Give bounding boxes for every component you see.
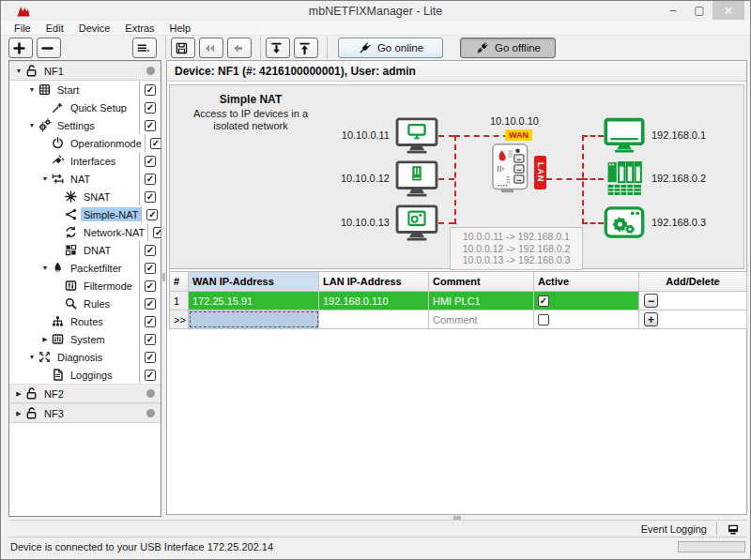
tree-item-simple-nat[interactable]: Simple-NAT✓ [9,205,161,223]
tree-item-checkbox[interactable]: ✓ [153,227,161,238]
column-header-comment[interactable]: Comment [429,272,534,291]
expander-icon[interactable]: ▼ [13,68,24,74]
tree-item-checkbox[interactable]: ✓ [150,138,161,149]
comment-cell[interactable]: HMI PLC1 [429,292,534,310]
expander-icon[interactable]: ▼ [26,122,38,129]
menu-file[interactable]: File [7,23,38,34]
tree-item-nat[interactable]: ▼NAT✓ [9,170,161,188]
vertical-splitter-handle[interactable] [162,273,165,281]
tree-item-dnat[interactable]: DNAT✓ [9,241,161,259]
lan-device-2-ip: 192.168.0.2 [651,173,706,184]
tree-item-start[interactable]: ▼Start✓ [9,81,161,98]
tree-item-checkbox[interactable]: ✓ [146,209,158,220]
plug-connected-icon [358,41,372,55]
tree-item-checkbox[interactable]: ✓ [145,280,156,292]
tree-item-routes[interactable]: Routes✓ [9,312,161,330]
row-number-cell[interactable]: 1 [170,292,189,310]
minus-icon [40,41,54,55]
tree-item-loggings[interactable]: Loggings✓ [9,366,161,384]
tree-item-checkbox[interactable]: ✓ [145,263,156,274]
undo-button[interactable] [227,38,252,58]
expander-icon[interactable]: ▶ [13,390,24,398]
column-header-wan-ip-address[interactable]: WAN IP-Address [189,272,319,291]
active-checkbox[interactable]: ✓ [538,295,549,307]
flame-icon [51,261,65,275]
tree-item-rules[interactable]: Rules✓ [9,295,161,312]
tree-item-interfaces[interactable]: Interfaces✓ [9,152,161,170]
tree-item-settings[interactable]: ▼Settings✓ [9,116,161,134]
lan-ip-cell[interactable] [319,310,429,328]
wan-ip-cell[interactable] [189,310,319,328]
tree-item-network-nat[interactable]: Network-NAT✓ [9,223,161,241]
tree-item-label: NF3 [41,406,67,420]
tree-item-diagnosis[interactable]: ▼Diagnosis✓ [9,348,161,366]
event-logging-button[interactable] [723,522,743,537]
menu-edit[interactable]: Edit [38,23,71,34]
go-offline-button[interactable]: Go offline [460,38,556,58]
tree-item-label: Network-NAT [81,225,147,239]
download-to-device-button[interactable] [266,38,290,58]
tree-item-checkbox[interactable]: ✓ [145,334,156,345]
lan-line-3 [582,222,604,224]
tree-item-checkbox[interactable]: ✓ [145,316,156,327]
comment-cell[interactable]: Comment [429,310,534,328]
tree-item-quick-setup[interactable]: Quick Setup✓ [9,98,161,116]
maximize-button[interactable]: ▢ [686,1,713,20]
expander-icon[interactable]: ▶ [13,410,24,417]
add-row-button[interactable]: + [644,312,658,326]
wan-ip-cell[interactable]: 172.25.15.91 [189,292,319,310]
tree-item-system[interactable]: ▶System✓ [9,330,161,348]
upload-from-device-button[interactable] [294,38,318,58]
column-header-lan-ip-address[interactable]: LAN IP-Address [319,272,429,291]
go-offline-label: Go offline [495,42,541,53]
tree-item-operationmode[interactable]: Operationmode✓ [9,134,161,152]
tree-item-checkbox[interactable]: ✓ [145,174,156,185]
expander-icon[interactable]: ▼ [26,86,38,93]
remove-row-button[interactable]: − [644,294,658,308]
column-header-num[interactable]: # [170,272,189,291]
remove-device-button[interactable] [37,38,61,58]
wan-device-1-ip: 10.10.0.11 [318,129,390,141]
add-device-button[interactable] [8,38,33,58]
expander-icon[interactable]: ▶ [39,336,51,343]
menu-help[interactable]: Help [162,23,199,34]
column-header-active[interactable]: Active [534,272,639,291]
table-row: 1172.25.15.91192.168.0.110HMI PLC1✓− [170,292,746,310]
tree-item-checkbox[interactable]: ✓ [145,120,156,131]
device-menu-button[interactable] [132,38,157,58]
lan-ip-cell[interactable]: 192.168.0.110 [319,292,429,310]
expander-icon[interactable]: ▼ [26,354,38,360]
tree-item-checkbox[interactable]: ✓ [145,84,156,96]
minimize-button[interactable]: – [660,1,686,20]
tree-item-filtermode[interactable]: Filtermode✓ [9,277,161,295]
tree-item-checkbox[interactable]: ✓ [145,298,156,310]
undo-all-button[interactable] [199,38,223,58]
nat-table-header: #WAN IP-AddressLAN IP-AddressCommentActi… [170,272,746,292]
tree-item-packetfilter[interactable]: ▼Packetfilter✓ [9,259,161,277]
nat-table: #WAN IP-AddressLAN IP-AddressCommentActi… [169,271,746,329]
tree-item-nf2[interactable]: ▶NF2 [9,384,161,403]
save-button[interactable] [171,38,195,58]
tree-item-checkbox[interactable]: ✓ [145,156,156,167]
column-header-add-delete[interactable]: Add/Delete [639,272,747,291]
expander-icon[interactable]: ▼ [39,265,51,271]
tree-item-checkbox[interactable]: ✓ [145,245,156,256]
tree-item-snat[interactable]: SNAT✓ [9,188,161,205]
go-online-button[interactable]: Go online [338,38,443,58]
tree-item-nf1[interactable]: ▼NF1 [9,61,161,81]
tree-item-label: Simple-NAT [81,207,141,221]
active-checkbox[interactable] [538,314,549,325]
table-row: >>Comment+ [170,310,746,329]
device-status-dot [146,67,155,75]
expander-icon[interactable]: ▼ [39,175,51,182]
menu-extras[interactable]: Extras [117,23,161,34]
tree-item-checkbox[interactable]: ✓ [145,352,156,363]
tree-item-checkbox[interactable]: ✓ [145,102,156,114]
tree-item-checkbox[interactable]: ✓ [145,370,156,381]
menu-device[interactable]: Device [71,23,118,34]
tree-item-nf3[interactable]: ▶NF3 [9,403,161,423]
close-button[interactable]: ✕ [713,1,744,20]
go-online-label: Go online [377,42,423,53]
tree-item-checkbox[interactable]: ✓ [145,191,156,203]
row-number-cell[interactable]: >> [170,310,189,328]
